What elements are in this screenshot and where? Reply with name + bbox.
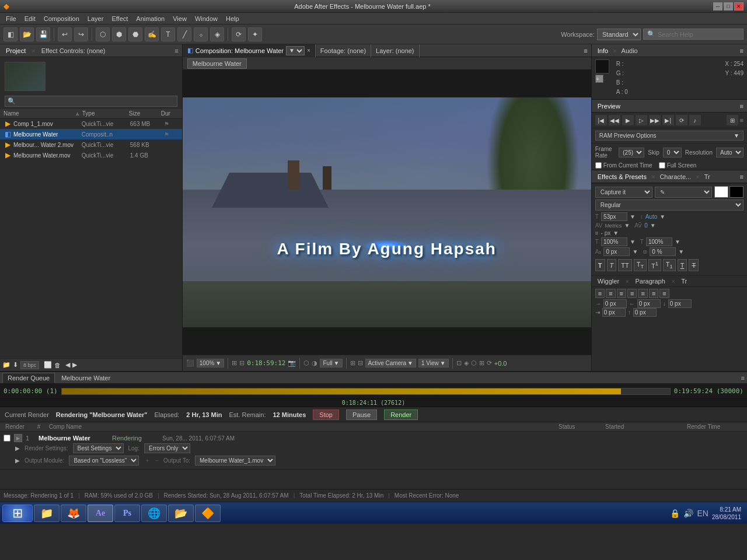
rotation-arrow[interactable]: ▼: [678, 249, 684, 255]
file-item-2[interactable]: ◧ Melbourne Water Composit..n ⚑: [0, 129, 182, 139]
undo-button[interactable]: ↩: [58, 27, 72, 41]
next-arrow[interactable]: ▶: [72, 361, 77, 369]
new-comp-button[interactable]: ◧: [4, 27, 18, 41]
current-time[interactable]: 0:18:59:12: [247, 359, 285, 367]
menu-effect[interactable]: Effect: [108, 14, 131, 23]
fill-color[interactable]: [714, 186, 728, 198]
comp-tab-dropdown[interactable]: ▼: [286, 46, 305, 55]
leading-dropdown-arrow[interactable]: ▼: [659, 214, 665, 220]
output-to-select[interactable]: Melbourne Water_1.mov: [195, 456, 275, 466]
indent-arrow[interactable]: ▼: [613, 230, 619, 236]
quality-dropdown[interactable]: Full ▼: [320, 359, 342, 368]
output-module-select[interactable]: Based on "Lossless": [69, 456, 139, 466]
file-item-3[interactable]: ▶ Melbour... Water 2.mov QuickTi...vie 5…: [0, 139, 182, 150]
project-search-input[interactable]: [16, 98, 174, 104]
rotation-input[interactable]: [650, 247, 676, 256]
vscale-arrow[interactable]: ▼: [675, 239, 680, 245]
melbourne-water-tab[interactable]: Melbourne Water: [56, 373, 116, 383]
grid-icon[interactable]: ⊟: [358, 359, 363, 367]
font-pencil-btn[interactable]: ✎: [655, 187, 712, 198]
prev-frame-btn[interactable]: ◀◀: [609, 115, 620, 125]
taskbar-photoshop[interactable]: Ps: [114, 505, 140, 522]
play-audio-btn[interactable]: ▷: [636, 115, 647, 125]
expand-output[interactable]: ▶: [15, 457, 20, 464]
pause-button[interactable]: Pause: [346, 410, 377, 420]
ram-preview-options-button[interactable]: RAM Preview Options ▼: [595, 131, 743, 141]
tracking-arrow[interactable]: ▼: [624, 222, 630, 229]
play-btn[interactable]: ▶: [622, 115, 634, 125]
viewer-tab-composition[interactable]: ◧ Composition: Melbourne Water ▼ ×: [183, 44, 316, 57]
vscale-input[interactable]: [646, 237, 672, 246]
viewer-tab-footage[interactable]: Footage: (none): [316, 44, 371, 57]
snap-btn[interactable]: ⊡: [456, 359, 462, 367]
tool-8[interactable]: ◈: [210, 27, 224, 41]
tool-10[interactable]: ✦: [248, 27, 262, 41]
view-dropdown[interactable]: 1 View ▼: [418, 359, 449, 368]
margin-right-input[interactable]: [637, 299, 661, 308]
prev-arrow[interactable]: ◀: [65, 361, 70, 369]
audio-tab[interactable]: Audio: [619, 47, 640, 54]
wiggler-tab[interactable]: Wiggler: [595, 278, 622, 285]
tool-5[interactable]: T: [161, 27, 175, 41]
fit-icon[interactable]: ⊞: [232, 359, 237, 367]
frame-rate-select[interactable]: (25): [619, 148, 644, 158]
small-caps-btn[interactable]: TT: [634, 259, 647, 271]
audio-btn[interactable]: ♪: [689, 115, 701, 125]
font-style-select[interactable]: Regular: [595, 200, 743, 211]
taskbar-folder[interactable]: 📂: [168, 505, 194, 522]
tracker-tab[interactable]: Tr: [702, 173, 713, 180]
menu-help[interactable]: Help: [222, 14, 243, 23]
transparency-icon[interactable]: ⊞: [350, 359, 355, 367]
remove-output-icon[interactable]: −: [155, 457, 159, 464]
search-input[interactable]: [658, 31, 739, 38]
tracker-tab-2[interactable]: Tr: [679, 278, 689, 285]
workspace-dropdown[interactable]: Standard: [597, 29, 641, 40]
full-preview-btn[interactable]: ⊞: [727, 115, 738, 125]
menu-window[interactable]: Window: [191, 14, 221, 23]
hscale-input[interactable]: [601, 237, 627, 246]
align-left-btn[interactable]: ≡: [595, 289, 605, 298]
3d-btn[interactable]: ⬡: [471, 359, 477, 367]
hscale-arrow[interactable]: ▼: [630, 239, 636, 245]
menu-layer[interactable]: Layer: [84, 14, 107, 23]
from-current-time-checkbox[interactable]: [595, 162, 602, 169]
snap-icon[interactable]: ⊟: [239, 359, 245, 367]
font-size-input[interactable]: [601, 212, 627, 221]
tool-3[interactable]: ⬣: [128, 27, 142, 41]
last-frame-btn[interactable]: ▶|: [662, 115, 674, 125]
render-settings-select[interactable]: Best Settings: [73, 443, 124, 453]
redo-button[interactable]: ↪: [74, 27, 88, 41]
baseline-input[interactable]: [603, 247, 630, 256]
taskbar-aftereffects[interactable]: Ae: [88, 505, 113, 522]
zoom-control[interactable]: 100% ▼: [197, 359, 224, 368]
camera-dropdown[interactable]: Active Camera ▼: [365, 359, 416, 368]
align-right-btn[interactable]: ≡: [617, 289, 626, 298]
baseline-arrow[interactable]: ▼: [632, 249, 638, 255]
menu-file[interactable]: File: [2, 14, 20, 23]
effects-tab[interactable]: Effects & Presets: [595, 173, 649, 180]
log-select[interactable]: Errors Only: [144, 443, 190, 453]
skip-select[interactable]: 0: [663, 148, 682, 158]
preview-menu-small[interactable]: ≡: [740, 117, 743, 124]
paragraph-tab-header[interactable]: Paragraph: [633, 278, 667, 285]
super-btn[interactable]: T1: [648, 259, 661, 271]
align-center-btn[interactable]: ≡: [606, 289, 615, 298]
viewer-tab-layer[interactable]: Layer: (none): [371, 44, 419, 57]
new-folder-icon[interactable]: 📁: [2, 361, 11, 369]
stroke-color[interactable]: [729, 186, 743, 198]
sub-btn[interactable]: T1: [663, 259, 676, 271]
maximize-button[interactable]: □: [724, 2, 733, 10]
add-color-btn[interactable]: +: [595, 75, 603, 83]
tracking2-arrow[interactable]: ▼: [650, 222, 656, 229]
menu-edit[interactable]: Edit: [21, 14, 39, 23]
effects-menu-icon[interactable]: ≡: [740, 173, 743, 180]
info-tab[interactable]: Info: [595, 47, 610, 54]
taskbar-firefox[interactable]: 🦊: [61, 505, 86, 522]
margin-left-input[interactable]: [603, 299, 627, 308]
bold-btn[interactable]: T: [595, 259, 605, 271]
taskbar-ie[interactable]: 🌐: [141, 505, 167, 522]
preview-menu-icon[interactable]: ≡: [740, 103, 743, 110]
justify-all-btn[interactable]: ≡: [659, 289, 669, 298]
justify-right-btn[interactable]: ≡: [649, 289, 658, 298]
justify-center-btn[interactable]: ≡: [638, 289, 647, 298]
